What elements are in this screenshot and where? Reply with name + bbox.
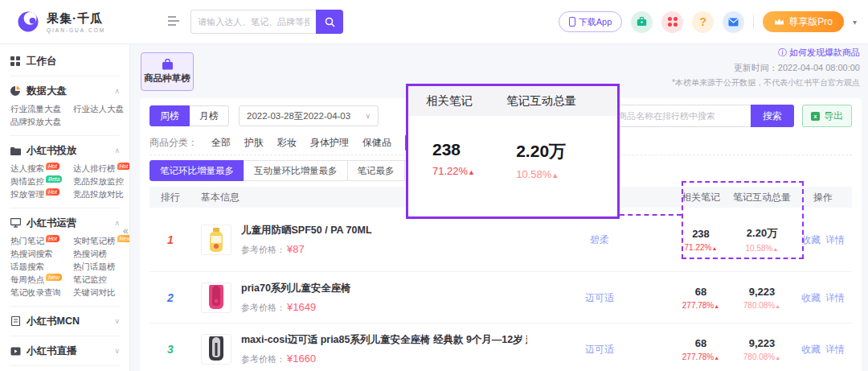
header-actions: 操作 [794, 191, 852, 204]
chevron-down-icon[interactable]: ∨ [114, 347, 120, 355]
sidebar-collapse-icon[interactable]: « [123, 225, 129, 237]
disclaimer: *本榜单来源于公开数据，不代表小红书平台官方观点 [672, 77, 860, 89]
sort-tab-notes-growth[interactable]: 笔记环比增量最多 [149, 160, 244, 181]
brand-link[interactable]: 碧柔 [590, 234, 609, 245]
favorite-link[interactable]: 收藏 [801, 292, 821, 303]
question-icon: ? [700, 15, 707, 28]
sidebar-item[interactable]: 舆情监控Beta [10, 175, 68, 188]
header-notes: 相关笔记 [672, 191, 730, 204]
global-search [190, 10, 343, 34]
pro-upgrade-button[interactable]: 尊享版Pro [763, 11, 844, 32]
tab-product-seeding-ranking[interactable]: 商品种草榜 [141, 52, 194, 91]
up-arrow-icon: ▲ [772, 246, 778, 252]
category-skincare[interactable]: 护肤 [244, 136, 264, 150]
sort-tab-most-notes[interactable]: 笔记最多 [347, 160, 405, 181]
ranking-meta: ⓘ 如何发现爆款商品 更新时间：2022-04-04 08:00:00 *本榜单… [672, 47, 860, 89]
product-image[interactable] [201, 282, 231, 313]
sidebar-item[interactable]: 竞品投放监控 [73, 175, 130, 188]
product-title[interactable]: 儿童用防晒SPF50 / PA 70ML [241, 224, 372, 237]
interactions-count: 9,223 [730, 286, 794, 298]
sidebar-item[interactable]: 话题搜索 [10, 261, 68, 273]
section-label: 小红书投放 [27, 144, 77, 158]
sidebar-group-placement: 达人搜索Hot 达人排行榜Hot 舆情监控Beta 竞品投放监控 投放管理Hot… [10, 161, 129, 204]
category-all[interactable]: 全部 [211, 136, 231, 150]
tab-monthly[interactable]: 月榜 [190, 105, 229, 126]
sidebar-section-xhs-placement[interactable]: 小红书投放 ∧ [10, 140, 129, 161]
product-image[interactable] [201, 225, 231, 255]
apps-grid-icon [668, 17, 678, 27]
product-search-button[interactable]: 搜索 [751, 105, 794, 127]
sidebar-nav: 工作台 数据大盘 ∧ 行业流量大盘 行业达人大盘 品牌投放大盘 小红书投放 ∧ … [0, 44, 130, 371]
menu-icon[interactable] [168, 14, 179, 29]
sidebar-item[interactable]: 热门笔记Hot [10, 235, 68, 247]
price-value: ¥1660 [287, 352, 316, 365]
zoom-callout: 相关笔记 笔记互动总量 238 71.22%▲ 2.20万 10.58%▲ [406, 84, 620, 219]
sidebar-item[interactable]: 关键词对比 [73, 286, 130, 299]
detail-link[interactable]: 详情 [825, 292, 845, 303]
sidebar-item[interactable]: 每周热点New [10, 274, 68, 286]
chevron-up-icon[interactable]: ∧ [114, 146, 120, 155]
download-app-button[interactable]: 下载App [559, 11, 623, 32]
date-range-select[interactable]: 2022-03-28至2022-04-03 ∨ [239, 105, 379, 126]
how-to-find-hot-products-link[interactable]: ⓘ 如何发现爆款商品 [672, 47, 860, 59]
sidebar-item[interactable]: 竞品投放对比 [73, 188, 130, 200]
sidebar-item[interactable]: 笔记收录查询 [10, 286, 68, 299]
sidebar-item[interactable]: 达人搜索Hot [10, 163, 68, 175]
sidebar-item[interactable]: 达人排行榜Hot [73, 163, 130, 175]
shopping-bag-icon [162, 59, 174, 70]
tab-weekly[interactable]: 周榜 [149, 105, 190, 126]
global-search-input[interactable] [190, 10, 316, 34]
messages-button[interactable] [723, 11, 744, 33]
pie-chart-icon [10, 85, 21, 97]
export-label: 导出 [824, 109, 843, 123]
price-label: 参考价格： [241, 303, 285, 312]
category-makeup[interactable]: 彩妆 [277, 136, 297, 150]
detail-link[interactable]: 详情 [825, 344, 845, 355]
interactions-count: 2.20万 [730, 226, 794, 241]
price-value: ¥87 [287, 243, 305, 255]
toolbox-button[interactable] [631, 11, 653, 33]
update-time: 更新时间：2022-04-04 08:00:00 [672, 62, 860, 74]
crown-icon [774, 18, 784, 26]
grid-icon [10, 56, 21, 67]
sidebar-section-xhs-mcn[interactable]: 小红书MCN ∨ [10, 311, 129, 332]
product-title[interactable]: maxi-cosi迈可适 pria85系列儿童安全座椅 经典款 9个月—12岁 … [241, 333, 527, 347]
sidebar-section-xhs-live[interactable]: 小红书直播 ∨ [10, 340, 129, 361]
header-interactions: 笔记互动总量 [730, 191, 794, 204]
brand-link[interactable]: 迈可适 [585, 292, 614, 303]
sidebar-item[interactable]: 热搜词搜索 [10, 248, 68, 260]
sidebar-section-data-dashboard[interactable]: 数据大盘 ∧ [10, 80, 129, 101]
apps-grid-button[interactable] [661, 11, 683, 33]
detail-link[interactable]: 详情 [825, 234, 845, 245]
category-supplement[interactable]: 保健品 [362, 136, 391, 150]
sidebar-item[interactable]: 行业达人大盘 [73, 103, 129, 115]
product-image[interactable] [201, 334, 231, 365]
chevron-up-icon[interactable]: ∧ [114, 219, 120, 227]
chevron-down-icon[interactable]: ∨ [114, 317, 120, 325]
sidebar-section-workbench[interactable]: 工作台 [10, 51, 129, 72]
help-button[interactable]: ? [692, 11, 714, 33]
product-title[interactable]: pria70系列儿童安全座椅 [241, 282, 351, 295]
sidebar-item[interactable]: 品牌投放大盘 [10, 116, 68, 128]
brand-link[interactable]: 迈可适 [585, 344, 614, 355]
sidebar-item[interactable]: 行业流量大盘 [10, 103, 68, 115]
sidebar-item[interactable]: 投放管理Hot [10, 188, 68, 200]
excel-icon: x [811, 112, 820, 121]
category-bodycare[interactable]: 身体护理 [310, 136, 349, 150]
account-dropdown-icon[interactable]: ▾ [853, 18, 857, 27]
favorite-link[interactable]: 收藏 [801, 344, 821, 355]
sidebar-item[interactable]: 热搜词榜 [73, 248, 130, 260]
sidebar-item[interactable]: 笔记监控 [73, 274, 130, 286]
pro-label: 尊享版Pro [788, 15, 833, 29]
global-search-button[interactable] [316, 10, 343, 34]
chevron-up-icon[interactable]: ∧ [114, 87, 120, 95]
sidebar-item[interactable]: 热门话题榜 [73, 261, 130, 273]
export-button[interactable]: x 导出 [802, 105, 852, 127]
sidebar-section-xhs-operation[interactable]: 小红书运营 ∧ [10, 212, 129, 233]
sort-tab-interaction-growth[interactable]: 互动量环比增量最多 [244, 160, 348, 181]
sidebar-item[interactable]: 实时笔记榜New [73, 235, 130, 247]
qiangua-logo[interactable]: 果集·千瓜 QIAN-GUA.COM [16, 10, 105, 34]
logo-subtitle: QIAN-GUA.COM [47, 27, 105, 33]
app-root: 果集·千瓜 QIAN-GUA.COM 下载App [0, 0, 868, 371]
favorite-link[interactable]: 收藏 [801, 234, 821, 245]
